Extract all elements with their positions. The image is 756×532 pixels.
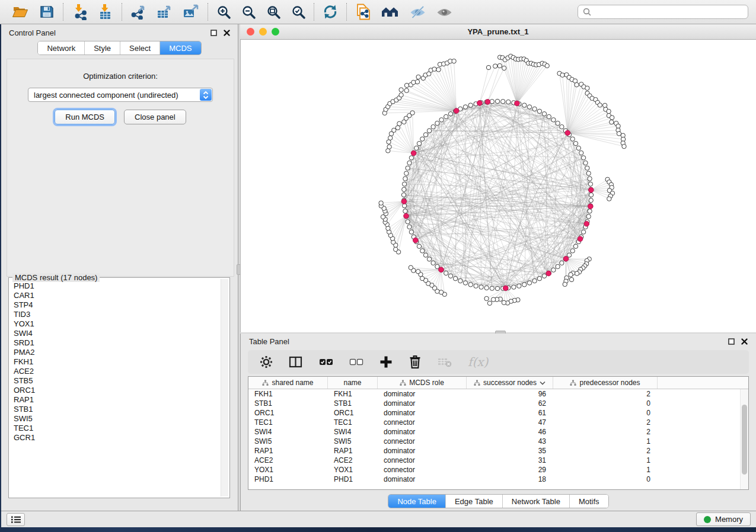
- cell-predecessor-nodes: 1: [553, 456, 658, 465]
- table-row[interactable]: RAP1RAP1dominator352: [248, 446, 740, 456]
- sort-chevron-icon: [540, 381, 546, 385]
- tab-select[interactable]: Select: [120, 41, 160, 55]
- delete-column-button[interactable]: [409, 355, 422, 369]
- first-neighbors-button[interactable]: [381, 4, 400, 20]
- mcds-result-item[interactable]: TID3: [14, 310, 220, 319]
- select-all-checks-icon: [319, 357, 333, 367]
- mcds-result-item[interactable]: SWI5: [14, 414, 220, 424]
- network-window-titlebar[interactable]: YPA_prune.txt_1: [240, 24, 756, 40]
- cell-predecessor-nodes: 2: [553, 389, 658, 399]
- tab-network-table[interactable]: Network Table: [502, 495, 569, 508]
- mcds-result-item[interactable]: PMA2: [14, 348, 220, 357]
- mcds-list-scrollbar[interactable]: [221, 279, 228, 496]
- close-panel-button[interactable]: Close panel: [124, 110, 186, 124]
- mcds-result-item[interactable]: CAR1: [14, 291, 220, 300]
- tab-edge-table[interactable]: Edge Table: [445, 495, 502, 508]
- tab-node-table[interactable]: Node Table: [388, 495, 445, 508]
- column-header-name[interactable]: name: [328, 377, 378, 389]
- zoom-window-button[interactable]: [272, 28, 279, 36]
- criterion-label: Optimization criterion:: [7, 72, 234, 81]
- zoom-selected-button[interactable]: [291, 4, 306, 20]
- close-icon[interactable]: [224, 30, 230, 36]
- float-icon[interactable]: [728, 338, 735, 345]
- zoom-in-icon: [216, 5, 231, 19]
- cell-successor-nodes: 47: [467, 418, 553, 427]
- network-canvas[interactable]: [240, 40, 756, 333]
- delete-column-icon: [409, 355, 422, 369]
- tab-network[interactable]: Network: [38, 41, 84, 55]
- export-image-button[interactable]: [182, 4, 200, 20]
- add-column-button[interactable]: [379, 355, 393, 368]
- run-mcds-button[interactable]: Run MCDS: [55, 110, 115, 124]
- column-header-predecessor-nodes[interactable]: predecessor nodes: [553, 377, 658, 389]
- save-session-button[interactable]: [39, 4, 55, 20]
- mcds-result-item[interactable]: STB1: [14, 405, 220, 414]
- zoom-out-button[interactable]: [241, 4, 256, 20]
- select-all-checks-button[interactable]: [319, 357, 333, 367]
- mcds-result-item[interactable]: YOX1: [14, 319, 220, 329]
- zoom-fit-button[interactable]: [266, 4, 281, 20]
- mcds-result-item[interactable]: TEC1: [14, 424, 220, 433]
- table-row[interactable]: ACE2ACE2connector311: [248, 456, 740, 465]
- table-row[interactable]: YOX1YOX1connector291: [248, 465, 740, 475]
- criterion-dropdown[interactable]: largest connected component (undirected): [28, 88, 213, 102]
- table-row[interactable]: SWI5SWI5connector431: [248, 437, 740, 446]
- import-network-button[interactable]: [71, 3, 88, 21]
- open-file-button[interactable]: [11, 4, 29, 20]
- mcds-result-item[interactable]: STP4: [14, 300, 220, 310]
- column-settings-button[interactable]: [260, 355, 273, 368]
- memory-status-icon: [704, 516, 711, 523]
- table-row[interactable]: ORC1ORC1dominator610: [248, 408, 740, 418]
- mcds-result-item[interactable]: STB5: [14, 376, 220, 386]
- tab-style[interactable]: Style: [84, 41, 120, 55]
- mcds-result-item[interactable]: FKH1: [14, 357, 220, 367]
- float-icon[interactable]: [210, 30, 217, 36]
- table-row[interactable]: PHD1PHD1dominator180: [248, 475, 740, 484]
- mcds-result-item[interactable]: ACE2: [14, 367, 220, 376]
- save-session-icon: [39, 4, 55, 20]
- tab-mcds[interactable]: MCDS: [160, 41, 200, 55]
- mcds-result-item[interactable]: RAP1: [14, 395, 220, 405]
- mcds-result-item[interactable]: SRD1: [14, 338, 220, 348]
- close-icon[interactable]: [741, 338, 748, 345]
- cell-successor-nodes: 29: [467, 465, 553, 475]
- cell-name: TEC1: [328, 418, 378, 427]
- table-row[interactable]: TEC1TEC1connector472: [248, 418, 740, 427]
- mcds-result-item[interactable]: ORC1: [14, 386, 220, 395]
- duplicate-network-button[interactable]: [355, 3, 371, 21]
- column-label: successor nodes: [483, 379, 537, 387]
- column-header-mcds-role[interactable]: MCDS role: [378, 377, 467, 389]
- cell-successor-nodes: 31: [467, 456, 553, 465]
- hide-selected-button[interactable]: [409, 4, 426, 20]
- split-panel-button[interactable]: [289, 355, 303, 368]
- attribute-icon: [262, 380, 269, 386]
- column-header-successor-nodes[interactable]: successor nodes: [467, 377, 553, 389]
- mcds-result-item[interactable]: GCR1: [14, 433, 220, 443]
- column-header-shared-name[interactable]: shared name: [248, 377, 328, 389]
- table-scrollbar-thumb[interactable]: [742, 405, 747, 475]
- show-all-button[interactable]: [436, 4, 453, 20]
- zoom-fit-icon: [266, 5, 280, 19]
- network-graph[interactable]: [241, 40, 755, 333]
- control-panel: Control Panel NetworkStyleSelectMCDS Opt…: [1, 24, 238, 511]
- mcds-result-list[interactable]: PHD1CAR1STP4TID3YOX1SWI4SRD1PMA2FKH1ACE2…: [14, 281, 220, 496]
- minimize-window-button[interactable]: [259, 28, 267, 36]
- table-row[interactable]: SWI4SWI4dominator462: [248, 427, 740, 437]
- split-panel-icon: [289, 355, 303, 368]
- table-row[interactable]: FKH1FKH1dominator962: [248, 389, 740, 399]
- export-network-button[interactable]: [130, 4, 146, 20]
- zoom-in-button[interactable]: [216, 4, 231, 20]
- export-table-button[interactable]: [156, 4, 173, 20]
- clear-checks-button[interactable]: [349, 357, 363, 367]
- close-window-button[interactable]: [247, 28, 254, 36]
- memory-button[interactable]: Memory: [696, 512, 751, 526]
- show-panels-button[interactable]: [7, 513, 25, 526]
- tab-motifs[interactable]: Motifs: [569, 495, 608, 508]
- refresh-view-button[interactable]: [322, 4, 339, 20]
- table-scrollbar-track[interactable]: [740, 389, 748, 489]
- mcds-result-item[interactable]: PHD1: [14, 281, 220, 291]
- mcds-result-item[interactable]: SWI4: [14, 329, 220, 338]
- table-row[interactable]: STB1STB1dominator620: [248, 399, 740, 408]
- search-input[interactable]: [595, 7, 748, 17]
- import-table-button[interactable]: [97, 3, 114, 21]
